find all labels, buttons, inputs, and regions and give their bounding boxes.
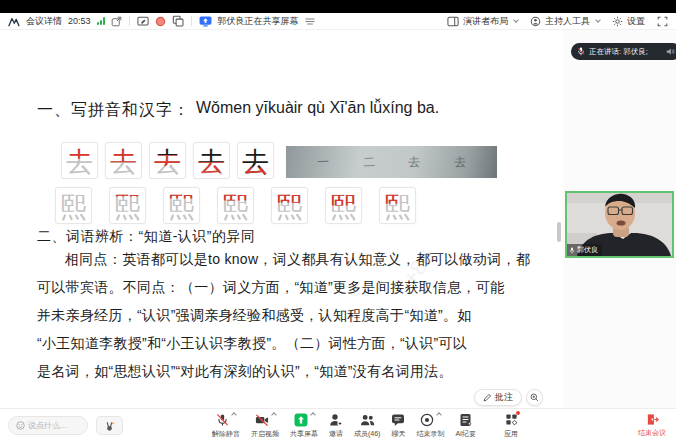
stroke-order-row-xi: 熙 熙 熙 熙 熙 熙 熙 熙 熙 熙 熙 熙 [55, 187, 416, 224]
body-line: 可以带宾语。不同点：（一）词义方面，“知道”更多是间接获取信息，可能 [37, 273, 545, 301]
body-line: 是名词，如“思想认识”“对此有深刻的认识”，“知道”没有名词用法。 [37, 357, 545, 385]
video-name-tag: 郭伏良 [567, 244, 602, 256]
sharing-more-icon[interactable] [305, 17, 315, 26]
divider [191, 16, 192, 26]
screen-share-status-icon [199, 16, 212, 27]
chevron-up-icon[interactable] [310, 412, 316, 418]
shared-screen-content: 一、写拼音和汉字： Wǒmen yīkuàir qù Xī'ān lǚxíng … [0, 30, 563, 408]
meeting-timer: 20:53 [68, 16, 91, 26]
apps-grid-icon [505, 413, 518, 426]
stroke-box: 去 去 [61, 142, 98, 179]
share-screen-button[interactable]: 共享屏幕 [290, 413, 318, 439]
stroke-box: 去 去 去 [193, 142, 230, 179]
start-video-label: 开启视频 [251, 429, 279, 439]
layout-label: 演讲者布局 [463, 15, 508, 28]
end-meeting-button[interactable]: 结束会议 [638, 413, 666, 438]
stop-record-button[interactable]: 结束录制 [416, 413, 444, 439]
chevron-up-icon[interactable] [231, 412, 237, 418]
gesture-hand-icon [104, 420, 115, 432]
leave-meeting-icon [646, 413, 659, 426]
body-line: 相同点：英语都可以是to know，词义都具有认知意义，都可以做动词，都 [37, 245, 545, 273]
gesture-reaction-button[interactable] [96, 416, 123, 435]
recording-indicator-icon[interactable] [155, 16, 166, 27]
chevron-down-icon [595, 17, 601, 23]
chat-label: 聊天 [391, 429, 405, 439]
host-tools-label: 主持人工具 [545, 15, 590, 28]
speaker-video-tile[interactable]: 郭伏良 [565, 191, 674, 258]
fullscreen-icon[interactable] [657, 16, 668, 27]
stroke-box: 熙 熙 [217, 187, 254, 224]
pencil-icon [483, 393, 492, 402]
mic-muted-icon [216, 413, 229, 427]
popout-icon[interactable] [111, 16, 122, 27]
body-line: 并未亲身经历，“认识”强调亲身经验和感受，认知程度高于“知道”。如 [37, 301, 545, 329]
chat-input[interactable]: 说点什么... [8, 416, 88, 435]
right-sidebar: 正在讲话: 郭伏良; [563, 30, 676, 408]
stroke-char: 熙 [326, 188, 361, 223]
whiteboard-icon[interactable] [137, 16, 149, 27]
invite-person-icon [329, 413, 343, 427]
sharing-status-text: 郭伏良正在共享屏幕 [218, 15, 299, 28]
invite-label: 邀请 [329, 429, 343, 439]
unmute-button[interactable]: 解除静音 [212, 413, 240, 439]
chevron-up-icon[interactable] [271, 412, 277, 418]
handwritten-char: 去 [408, 153, 421, 170]
network-signal-icon [97, 17, 105, 25]
stroke-box: 熙 熙 [379, 187, 416, 224]
apps-label: 应用 [504, 429, 518, 439]
invite-button[interactable]: 邀请 [329, 413, 343, 439]
mic-icon [569, 247, 575, 254]
chat-placeholder: 说点什么... [28, 420, 67, 431]
top-bar: 会议详情 20:53 郭伏良正在共享屏幕 [0, 13, 676, 30]
speaker-name: 郭伏良 [577, 245, 598, 255]
app-logo-icon [8, 16, 20, 27]
record-icon [420, 413, 434, 427]
apps-button[interactable]: 应用 [504, 413, 518, 439]
ai-notes-button[interactable]: AI纪要 [455, 413, 476, 439]
speaking-text: 正在讲话: 郭伏良; [589, 47, 648, 57]
stroke-box: 去 去 去 [105, 142, 142, 179]
zoom-button[interactable] [526, 389, 543, 406]
handwritten-char: 二 [362, 153, 375, 170]
section2-title: 二、词语辨析：“知道-认识”的异同 [37, 228, 256, 246]
unmute-label: 解除静音 [212, 429, 240, 439]
bottom-toolbar: 说点什么... 解除静音 开启视频 [0, 408, 676, 440]
body-line: “小王知道李教授”和“小王认识李教授”。（二）词性方面，“认识”可以 [37, 329, 545, 357]
handwriting-photo-strip: 一 二 去 去 [286, 146, 497, 178]
stroke-box: 熙 熙 [55, 187, 92, 224]
stroke-box: 熙 熙 [271, 187, 308, 224]
ai-notes-label: AI纪要 [455, 429, 476, 439]
annotate-button[interactable]: 批注 [474, 389, 522, 406]
stroke-box: 熙 熙 [163, 187, 200, 224]
meeting-details-link[interactable]: 会议详情 [26, 15, 62, 28]
settings-label: 设置 [627, 15, 645, 28]
notification-badge [516, 411, 520, 415]
annotate-label: 批注 [495, 391, 513, 404]
stroke-box: 去 去 去 [149, 142, 186, 179]
handwritten-char: 去 [454, 153, 467, 170]
stroke-order-row-qu: 去 去 去 去 去 去 去 去 去 去 去 去 去 [61, 142, 274, 179]
window-title-strip [0, 0, 676, 13]
chat-button[interactable]: 聊天 [391, 413, 405, 439]
handwritten-char: 一 [317, 153, 330, 170]
end-meeting-label: 结束会议 [638, 428, 666, 438]
host-tools-button[interactable]: 主持人工具 [530, 15, 600, 28]
camera-off-icon [255, 413, 269, 427]
pinyin-sentence: Wǒmen yīkuàir qù Xī'ān lǚxíng ba. [196, 99, 439, 117]
stroke-box: 熙 熙 [325, 187, 362, 224]
active-speaker-banner: 正在讲话: 郭伏良; [571, 43, 676, 60]
content-scrollbar[interactable] [557, 222, 561, 242]
mic-muted-icon [577, 47, 585, 56]
settings-button[interactable]: 设置 [612, 15, 645, 28]
start-video-button[interactable]: 开启视频 [251, 413, 279, 439]
ai-notes-icon [459, 413, 472, 427]
meeting-app-window: 会议详情 20:53 郭伏良正在共享屏幕 [0, 0, 676, 440]
emoji-icon[interactable] [16, 421, 25, 430]
chevron-up-icon[interactable] [436, 412, 442, 418]
layers-icon[interactable] [172, 15, 184, 27]
layout-switcher[interactable]: 演讲者布局 [447, 15, 518, 28]
chevron-down-icon [513, 17, 519, 23]
share-screen-label: 共享屏幕 [290, 429, 318, 439]
stroke-box: 去 去 [237, 142, 274, 179]
members-button[interactable]: 成员(46) [354, 413, 380, 439]
